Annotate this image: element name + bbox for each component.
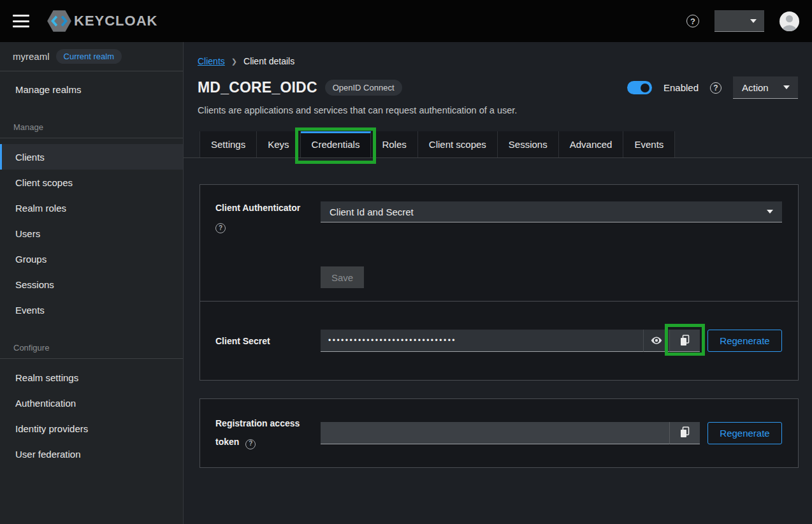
breadcrumb: Clients ❯ Client details xyxy=(184,42,812,66)
chevron-right-icon: ❯ xyxy=(231,57,237,66)
copy-icon xyxy=(679,426,690,439)
client-authenticator-label-col: Client Authenticator ? xyxy=(215,201,321,233)
main-content: Clients ❯ Client details MD_CORE_OIDC Op… xyxy=(184,42,812,524)
eye-icon xyxy=(651,336,662,345)
help-icon[interactable]: ? xyxy=(245,439,256,449)
realm-selector[interactable]: myreaml Current realm xyxy=(0,42,183,71)
credentials-card: Client Authenticator ? Client Id and Sec… xyxy=(199,184,799,381)
copy-token-button[interactable] xyxy=(669,422,700,444)
copy-icon xyxy=(679,335,690,347)
registration-token-label-col: Registration access token ? xyxy=(215,417,321,449)
sidebar-item-authentication[interactable]: Authentication xyxy=(0,390,183,416)
sidebar-section-manage: Manage xyxy=(13,122,183,138)
chevron-down-icon xyxy=(750,19,757,23)
registration-token-card: Registration access token ? Regenerate xyxy=(199,398,799,467)
page-title: MD_CORE_OIDC xyxy=(198,79,317,96)
enabled-label: Enabled xyxy=(663,82,699,93)
hamburger-menu-icon[interactable] xyxy=(13,15,29,27)
sidebar-item-identity-providers[interactable]: Identity providers xyxy=(0,416,183,441)
person-icon xyxy=(779,11,799,31)
avatar[interactable] xyxy=(779,11,799,31)
sidebar-item-users[interactable]: Users xyxy=(0,221,183,246)
sidebar: myreaml Current realm Manage realms Mana… xyxy=(0,42,184,524)
registration-token-input[interactable] xyxy=(321,422,669,444)
tab-credentials[interactable]: Credentials xyxy=(301,131,372,157)
registration-token-label: Registration access token xyxy=(215,418,300,446)
client-authenticator-select[interactable]: Client Id and Secret xyxy=(321,201,782,222)
divider xyxy=(0,358,183,359)
chevron-down-icon xyxy=(767,210,773,214)
help-icon[interactable]: ? xyxy=(710,82,721,94)
help-icon[interactable]: ? xyxy=(686,15,699,27)
realm-name: myreaml xyxy=(13,51,50,62)
keycloak-hexagon-icon xyxy=(46,9,73,33)
enabled-toggle[interactable] xyxy=(627,81,652,94)
sidebar-item-realm-roles[interactable]: Realm roles xyxy=(0,195,183,221)
tab-roles[interactable]: Roles xyxy=(371,131,417,157)
sidebar-item-manage-realms[interactable]: Manage realms xyxy=(0,76,183,102)
chevron-down-icon xyxy=(783,85,790,89)
tab-events[interactable]: Events xyxy=(623,131,675,157)
page-subtitle: Clients are applications and services th… xyxy=(198,105,798,115)
show-secret-button[interactable] xyxy=(643,330,669,352)
keycloak-logo: KEYCLOAK xyxy=(46,9,157,33)
sidebar-item-events[interactable]: Events xyxy=(0,297,183,323)
client-secret-section: Client Secret xyxy=(200,301,798,380)
user-menu-dropdown[interactable] xyxy=(714,10,764,32)
divider xyxy=(0,138,183,138)
breadcrumb-clients-link[interactable]: Clients xyxy=(198,56,225,66)
tab-bar: Settings Keys Credentials Roles Client s… xyxy=(184,131,812,158)
sidebar-item-clients[interactable]: Clients xyxy=(0,144,183,170)
sidebar-section-configure: Configure xyxy=(13,343,183,358)
sidebar-item-client-scopes[interactable]: Client scopes xyxy=(0,170,183,195)
tab-sessions[interactable]: Sessions xyxy=(498,131,559,157)
tab-advanced[interactable]: Advanced xyxy=(559,131,624,157)
sidebar-item-user-federation[interactable]: User federation xyxy=(0,441,183,467)
tab-settings[interactable]: Settings xyxy=(199,131,257,157)
sidebar-item-groups[interactable]: Groups xyxy=(0,246,183,272)
action-dropdown[interactable]: Action xyxy=(733,76,798,99)
copy-secret-button[interactable] xyxy=(669,330,700,352)
client-authenticator-label: Client Authenticator xyxy=(215,203,300,213)
save-button[interactable]: Save xyxy=(321,266,364,288)
protocol-badge: OpenID Connect xyxy=(325,80,402,96)
help-icon[interactable]: ? xyxy=(215,223,226,233)
breadcrumb-current: Client details xyxy=(243,56,294,66)
sidebar-item-realm-settings[interactable]: Realm settings xyxy=(0,365,183,390)
client-secret-label: Client Secret xyxy=(215,335,321,347)
tab-keys[interactable]: Keys xyxy=(257,131,300,157)
toggle-knob xyxy=(641,84,649,92)
client-secret-input[interactable] xyxy=(321,330,643,352)
tab-client-scopes[interactable]: Client scopes xyxy=(418,131,498,157)
regenerate-secret-button[interactable]: Regenerate xyxy=(707,330,782,352)
sidebar-item-sessions[interactable]: Sessions xyxy=(0,272,183,297)
client-authenticator-section: Client Authenticator ? Client Id and Sec… xyxy=(200,185,798,301)
regenerate-token-button[interactable]: Regenerate xyxy=(707,422,782,444)
top-bar: KEYCLOAK ? xyxy=(0,0,812,42)
brand-text: KEYCLOAK xyxy=(74,13,157,29)
current-realm-badge: Current realm xyxy=(56,49,122,64)
